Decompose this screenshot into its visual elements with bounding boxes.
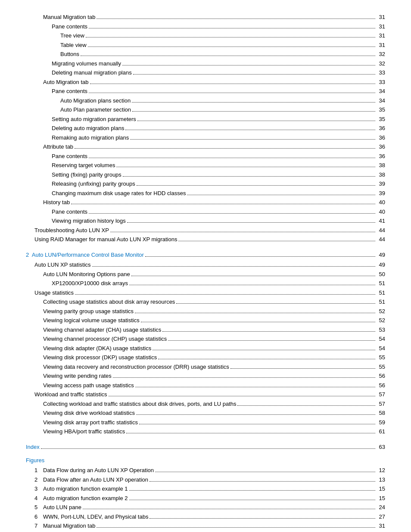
toc-section-2-heading: 2 Auto LUN/Performance Control Base Moni… xyxy=(26,251,385,259)
toc-entry-viewing-cha: Viewing channel adapter (CHA) usage stat… xyxy=(26,326,385,334)
toc-entry-viewing-dkp: Viewing disk processor (DKP) usage stati… xyxy=(26,353,385,362)
toc-entry-remaking-auto-migration: Remaking auto migration plans 36 xyxy=(26,134,385,142)
toc-entry-setting-parity: Setting (fixing) parity groups 38 xyxy=(26,171,385,179)
toc-entry-viewing-dka: Viewing disk adapter (DKA) usage statist… xyxy=(26,344,385,353)
toc-entry-viewing-parity-group: Viewing parity group usage statistics 52 xyxy=(26,307,385,316)
toc-entry-viewing-disk-array-port: Viewing disk array port traffic statisti… xyxy=(26,418,385,427)
toc-entry-setting-auto-migration: Setting auto migration parameters 35 xyxy=(26,115,385,124)
figures-list-item: 4 Auto migration function example 215 xyxy=(26,494,385,503)
toc-entry-deleting-manual: Deleting manual migration plans 33 xyxy=(26,68,385,77)
toc-entry-viewing-drr: Viewing data recovery and reconstruction… xyxy=(26,363,385,371)
toc-entry-viewing-access-path: Viewing access path usage statistics 56 xyxy=(26,381,385,390)
toc-entry-viewing-chp: Viewing channel processor (CHP) usage st… xyxy=(26,335,385,343)
figures-list: 1 Data Flow during an Auto LUN XP Operat… xyxy=(26,466,385,532)
toc-entry-pane-contents-3: Pane contents 36 xyxy=(26,152,385,161)
toc-entry-viewing-hba-port: Viewing HBA/port traffic statistics 61 xyxy=(26,427,385,436)
figures-list-item: 5 Auto LUN pane24 xyxy=(26,503,385,512)
toc-entry-viewing-logical-volume: Viewing logical volume usage statistics … xyxy=(26,316,385,325)
toc-entry-manual-migration-tab: Manual Migration tab 31 xyxy=(26,13,385,22)
figures-list-item: 6 WWN, Port-LUN, LDEV, and Physical tabs… xyxy=(26,513,385,521)
toc-entry-auto-migration-plans-section: Auto Migration plans section 34 xyxy=(26,96,385,105)
toc-entry-migrating-volumes: Migrating volumes manually 32 xyxy=(26,59,385,68)
figures-list-item: 2 Data Flow after an Auto LUN XP operati… xyxy=(26,476,385,484)
toc-entry-collecting-usage: Collecting usage statistics about disk a… xyxy=(26,298,385,306)
toc-entry-attribute-tab: Attribute tab 36 xyxy=(26,143,385,151)
figures-list-item: 7 Manual Migration tab31 xyxy=(26,522,385,530)
toc-entry-changing-max-disk: Changing maximum disk usage rates for HD… xyxy=(26,189,385,198)
toc-entry-auto-plan-parameter: Auto Plan parameter section 35 xyxy=(26,106,385,114)
toc-entry-workload-traffic: Workload and traffic statistics 57 xyxy=(26,390,385,399)
toc-entry-usage-stats: Usage statistics 51 xyxy=(26,289,385,297)
toc-entry-auto-lun-xp-stats: Auto LUN XP statistics 49 xyxy=(26,261,385,269)
figures-list-item: 3 Auto migration function example 115 xyxy=(26,485,385,493)
toc-entry-auto-migration-tab: Auto Migration tab 33 xyxy=(26,78,385,87)
toc-index-entry: Index 63 xyxy=(26,443,385,451)
toc-entry-viewing-write-pending: Viewing write pending rates 56 xyxy=(26,372,385,380)
toc-entry-history-tab: History tab 40 xyxy=(26,198,385,207)
toc-entry-deleting-auto-migration: Deleting auto migration plans 36 xyxy=(26,124,385,133)
toc-entry-pane-contents-1: Pane contents 31 xyxy=(26,22,385,31)
toc-entry-troubleshooting: Troubleshooting Auto LUN XP 44 xyxy=(26,226,385,235)
toc-entry-auto-lun-monitoring: Auto LUN Monitoring Options pane 50 xyxy=(26,270,385,279)
toc-entry-table-view: Table view 31 xyxy=(26,41,385,50)
toc-entry-pane-contents-2: Pane contents 34 xyxy=(26,87,385,96)
toc-entry-reserving-target: Reserving target volumes 38 xyxy=(26,161,385,170)
toc-entry-xp12000: XP12000/XP10000 disk arrays 51 xyxy=(26,279,385,288)
toc-entry-viewing-migration-history: Viewing migration history logs 41 xyxy=(26,217,385,225)
toc-entry-using-raid-manager: Using RAID Manager for manual Auto LUN X… xyxy=(26,235,385,244)
toc-entry-tree-view: Tree view 31 xyxy=(26,31,385,40)
toc-entry-pane-contents-4: Pane contents 40 xyxy=(26,208,385,216)
figures-list-item: 1 Data Flow during an Auto LUN XP Operat… xyxy=(26,466,385,475)
toc-entry-viewing-disk-drive: Viewing disk drive workload statistics 5… xyxy=(26,409,385,417)
figures-heading: Figures xyxy=(26,457,385,464)
toc-entry-buttons: Buttons 32 xyxy=(26,50,385,59)
toc-entry-releasing-parity: Releasing (unfixing) parity groups 39 xyxy=(26,180,385,188)
toc-entry-collecting-workload: Collecting workload and traffic statisti… xyxy=(26,400,385,408)
